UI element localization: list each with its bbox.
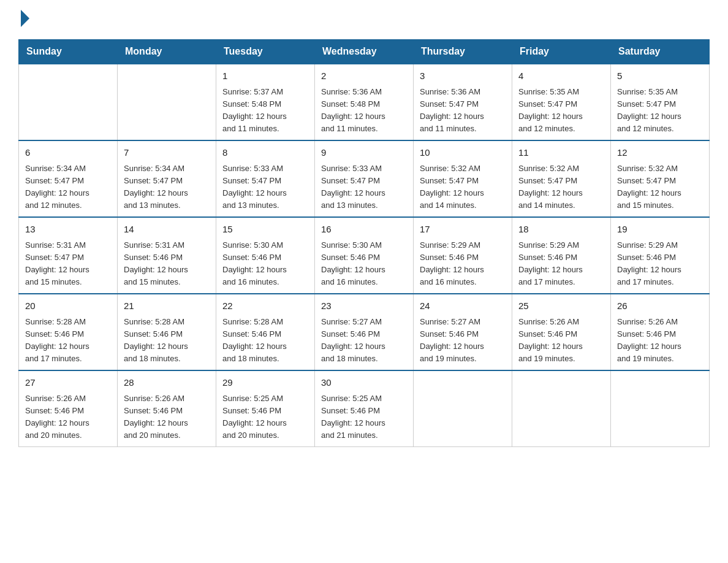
day-info: Sunrise: 5:34 AM Sunset: 5:47 PM Dayligh…	[124, 163, 210, 212]
calendar-cell	[611, 370, 710, 447]
calendar-cell: 22Sunrise: 5:28 AM Sunset: 5:46 PM Dayli…	[216, 294, 315, 370]
day-number: 5	[617, 69, 703, 83]
day-info: Sunrise: 5:29 AM Sunset: 5:46 PM Dayligh…	[518, 239, 604, 289]
day-info: Sunrise: 5:29 AM Sunset: 5:46 PM Dayligh…	[420, 239, 506, 289]
day-info: Sunrise: 5:35 AM Sunset: 5:47 PM Dayligh…	[518, 86, 604, 136]
day-number: 25	[518, 299, 604, 313]
calendar-week-row: 1Sunrise: 5:37 AM Sunset: 5:48 PM Daylig…	[19, 64, 710, 140]
calendar-cell	[118, 64, 216, 140]
calendar-cell	[512, 370, 611, 447]
day-number: 3	[420, 69, 506, 83]
calendar-cell: 2Sunrise: 5:36 AM Sunset: 5:48 PM Daylig…	[315, 64, 414, 140]
day-number: 29	[222, 376, 308, 390]
calendar-cell: 28Sunrise: 5:26 AM Sunset: 5:46 PM Dayli…	[118, 370, 216, 447]
calendar-cell: 3Sunrise: 5:36 AM Sunset: 5:47 PM Daylig…	[414, 64, 512, 140]
weekday-header-saturday: Saturday	[611, 40, 710, 64]
day-number: 14	[124, 223, 210, 237]
logo	[18, 12, 29, 27]
calendar-cell: 13Sunrise: 5:31 AM Sunset: 5:47 PM Dayli…	[19, 217, 118, 294]
day-number: 11	[518, 146, 604, 160]
weekday-header-monday: Monday	[118, 40, 216, 64]
calendar-cell: 9Sunrise: 5:33 AM Sunset: 5:47 PM Daylig…	[315, 140, 414, 217]
day-number: 2	[321, 69, 407, 83]
weekday-header-friday: Friday	[512, 40, 611, 64]
day-info: Sunrise: 5:26 AM Sunset: 5:46 PM Dayligh…	[25, 393, 111, 442]
day-number: 12	[617, 146, 703, 160]
day-info: Sunrise: 5:31 AM Sunset: 5:47 PM Dayligh…	[25, 239, 111, 289]
calendar-cell: 12Sunrise: 5:32 AM Sunset: 5:47 PM Dayli…	[611, 140, 710, 217]
day-info: Sunrise: 5:25 AM Sunset: 5:46 PM Dayligh…	[321, 393, 407, 442]
day-info: Sunrise: 5:25 AM Sunset: 5:46 PM Dayligh…	[222, 393, 308, 442]
day-number: 16	[321, 223, 407, 237]
day-info: Sunrise: 5:35 AM Sunset: 5:47 PM Dayligh…	[617, 86, 703, 136]
day-info: Sunrise: 5:28 AM Sunset: 5:46 PM Dayligh…	[25, 316, 111, 366]
calendar-cell: 5Sunrise: 5:35 AM Sunset: 5:47 PM Daylig…	[611, 64, 710, 140]
calendar-cell	[414, 370, 512, 447]
calendar-cell: 30Sunrise: 5:25 AM Sunset: 5:46 PM Dayli…	[315, 370, 414, 447]
day-number: 18	[518, 223, 604, 237]
day-number: 17	[420, 223, 506, 237]
calendar-table: SundayMondayTuesdayWednesdayThursdayFrid…	[18, 39, 710, 447]
calendar-cell: 18Sunrise: 5:29 AM Sunset: 5:46 PM Dayli…	[512, 217, 611, 294]
day-number: 6	[25, 146, 111, 160]
day-info: Sunrise: 5:26 AM Sunset: 5:46 PM Dayligh…	[124, 393, 210, 442]
calendar-cell: 26Sunrise: 5:26 AM Sunset: 5:46 PM Dayli…	[611, 294, 710, 370]
day-number: 21	[124, 299, 210, 313]
calendar-cell: 4Sunrise: 5:35 AM Sunset: 5:47 PM Daylig…	[512, 64, 611, 140]
calendar-cell: 24Sunrise: 5:27 AM Sunset: 5:46 PM Dayli…	[414, 294, 512, 370]
calendar-cell: 10Sunrise: 5:32 AM Sunset: 5:47 PM Dayli…	[414, 140, 512, 217]
day-info: Sunrise: 5:29 AM Sunset: 5:46 PM Dayligh…	[617, 239, 703, 289]
day-info: Sunrise: 5:30 AM Sunset: 5:46 PM Dayligh…	[222, 239, 308, 289]
day-number: 9	[321, 146, 407, 160]
day-number: 19	[617, 223, 703, 237]
day-info: Sunrise: 5:32 AM Sunset: 5:47 PM Dayligh…	[617, 163, 703, 212]
day-info: Sunrise: 5:27 AM Sunset: 5:46 PM Dayligh…	[420, 316, 506, 366]
calendar-cell: 7Sunrise: 5:34 AM Sunset: 5:47 PM Daylig…	[118, 140, 216, 217]
day-number: 15	[222, 223, 308, 237]
weekday-header-sunday: Sunday	[19, 40, 118, 64]
day-number: 30	[321, 376, 407, 390]
day-number: 23	[321, 299, 407, 313]
day-info: Sunrise: 5:32 AM Sunset: 5:47 PM Dayligh…	[518, 163, 604, 212]
calendar-cell: 16Sunrise: 5:30 AM Sunset: 5:46 PM Dayli…	[315, 217, 414, 294]
day-info: Sunrise: 5:28 AM Sunset: 5:46 PM Dayligh…	[124, 316, 210, 366]
day-number: 8	[222, 146, 308, 160]
calendar-cell: 21Sunrise: 5:28 AM Sunset: 5:46 PM Dayli…	[118, 294, 216, 370]
calendar-week-row: 27Sunrise: 5:26 AM Sunset: 5:46 PM Dayli…	[19, 370, 710, 447]
day-info: Sunrise: 5:27 AM Sunset: 5:46 PM Dayligh…	[321, 316, 407, 366]
day-info: Sunrise: 5:33 AM Sunset: 5:47 PM Dayligh…	[222, 163, 308, 212]
day-number: 20	[25, 299, 111, 313]
day-info: Sunrise: 5:26 AM Sunset: 5:46 PM Dayligh…	[518, 316, 604, 366]
calendar-cell: 23Sunrise: 5:27 AM Sunset: 5:46 PM Dayli…	[315, 294, 414, 370]
day-number: 27	[25, 376, 111, 390]
day-info: Sunrise: 5:34 AM Sunset: 5:47 PM Dayligh…	[25, 163, 111, 212]
day-info: Sunrise: 5:36 AM Sunset: 5:47 PM Dayligh…	[420, 86, 506, 136]
calendar-cell: 17Sunrise: 5:29 AM Sunset: 5:46 PM Dayli…	[414, 217, 512, 294]
day-number: 24	[420, 299, 506, 313]
day-info: Sunrise: 5:30 AM Sunset: 5:46 PM Dayligh…	[321, 239, 407, 289]
day-info: Sunrise: 5:32 AM Sunset: 5:47 PM Dayligh…	[420, 163, 506, 212]
calendar-cell: 8Sunrise: 5:33 AM Sunset: 5:47 PM Daylig…	[216, 140, 315, 217]
page-header	[18, 12, 710, 27]
day-info: Sunrise: 5:37 AM Sunset: 5:48 PM Dayligh…	[222, 86, 308, 136]
weekday-header-wednesday: Wednesday	[315, 40, 414, 64]
day-info: Sunrise: 5:28 AM Sunset: 5:46 PM Dayligh…	[222, 316, 308, 366]
logo-arrow-icon	[21, 10, 29, 27]
day-number: 26	[617, 299, 703, 313]
day-info: Sunrise: 5:26 AM Sunset: 5:46 PM Dayligh…	[617, 316, 703, 366]
day-number: 22	[222, 299, 308, 313]
day-number: 10	[420, 146, 506, 160]
calendar-cell: 15Sunrise: 5:30 AM Sunset: 5:46 PM Dayli…	[216, 217, 315, 294]
calendar-cell: 6Sunrise: 5:34 AM Sunset: 5:47 PM Daylig…	[19, 140, 118, 217]
day-number: 13	[25, 223, 111, 237]
day-info: Sunrise: 5:31 AM Sunset: 5:46 PM Dayligh…	[124, 239, 210, 289]
calendar-cell: 11Sunrise: 5:32 AM Sunset: 5:47 PM Dayli…	[512, 140, 611, 217]
day-info: Sunrise: 5:36 AM Sunset: 5:48 PM Dayligh…	[321, 86, 407, 136]
day-number: 1	[222, 69, 308, 83]
day-number: 28	[124, 376, 210, 390]
calendar-cell: 29Sunrise: 5:25 AM Sunset: 5:46 PM Dayli…	[216, 370, 315, 447]
calendar-week-row: 6Sunrise: 5:34 AM Sunset: 5:47 PM Daylig…	[19, 140, 710, 217]
day-number: 4	[518, 69, 604, 83]
weekday-header-row: SundayMondayTuesdayWednesdayThursdayFrid…	[19, 40, 710, 64]
calendar-cell: 1Sunrise: 5:37 AM Sunset: 5:48 PM Daylig…	[216, 64, 315, 140]
